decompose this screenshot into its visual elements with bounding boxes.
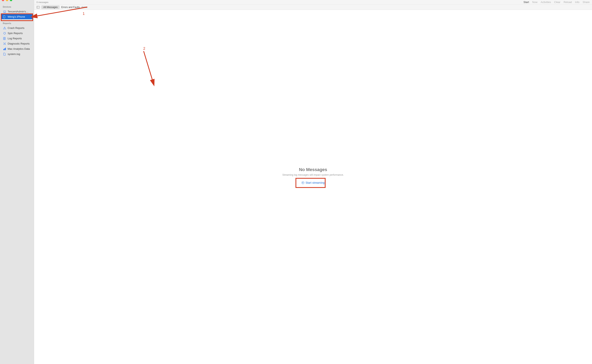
sidebar-item-label: Mac Analytics Data <box>8 47 30 50</box>
message-count-label: 0 messages <box>37 1 48 3</box>
annotation-box-2 <box>295 178 325 188</box>
sidebar-item-label: Diagnostic Reports <box>8 42 30 45</box>
svg-point-5 <box>4 32 6 34</box>
sidebar-item-system-log[interactable]: system.log <box>1 52 33 57</box>
sidebar-item-label: TencentAdmin's… <box>8 10 28 13</box>
svg-rect-4 <box>4 29 5 29</box>
svg-rect-1 <box>3 12 6 13</box>
sidebar-item-label: Log Reports <box>8 37 22 40</box>
warning-icon <box>3 27 6 29</box>
laptop-icon <box>3 11 6 13</box>
log-icon <box>3 37 6 40</box>
annotation-box-1 <box>1 13 33 21</box>
toolbar-info-button[interactable]: Info <box>575 0 579 4</box>
filter-bar: All Messages Errors and Faults demo <box>34 4 592 10</box>
toolbar-now-button[interactable]: Now <box>532 0 537 4</box>
sidebar-toggle-icon[interactable] <box>37 6 40 8</box>
toolbar-start-button[interactable]: Start <box>524 0 529 4</box>
svg-rect-12 <box>5 48 6 50</box>
toolbar-reload-button[interactable]: Reload <box>564 0 572 4</box>
bars-icon <box>3 48 6 50</box>
svg-rect-0 <box>4 11 6 12</box>
spinner-icon <box>3 32 6 35</box>
sidebar: Devices TencentAdmin's… Weng's iPhone Re… <box>0 0 34 364</box>
sidebar-item-label: Spin Reports <box>8 32 23 35</box>
empty-title: No Messages <box>282 167 344 172</box>
content-empty-area: No Messages Streaming log messages will … <box>34 10 592 364</box>
filter-errors-and-faults[interactable]: Errors and Faults <box>61 6 80 9</box>
window-close-button[interactable] <box>2 0 4 1</box>
toolbar-share-button[interactable]: Share <box>583 0 590 4</box>
toolbar-activities-button[interactable]: Activities <box>541 0 551 4</box>
toolbar-clear-button[interactable]: Clear <box>554 0 560 4</box>
window-zoom-button[interactable] <box>10 0 12 1</box>
toolbar: Start Now Activities Clear Reload Info S… <box>524 0 590 4</box>
sidebar-item-spin-reports[interactable]: Spin Reports <box>1 31 33 36</box>
empty-subtitle: Streaming log messages will impact syste… <box>282 174 344 176</box>
sidebar-item-diagnostic-reports[interactable]: Diagnostic Reports <box>1 41 33 46</box>
svg-rect-10 <box>3 49 4 50</box>
sidebar-item-crash-reports[interactable]: Crash Reports <box>1 26 33 31</box>
play-icon <box>301 181 304 184</box>
sidebar-item-mac-analytics[interactable]: Mac Analytics Data <box>1 46 33 51</box>
titlebar: 0 messages Start Now Activities Clear Re… <box>34 0 592 4</box>
filter-all-messages[interactable]: All Messages <box>41 5 59 9</box>
file-icon <box>3 53 6 56</box>
svg-rect-3 <box>4 28 5 28</box>
sidebar-item-log-reports[interactable]: Log Reports <box>1 36 33 41</box>
sidebar-item-label: Crash Reports <box>8 26 25 29</box>
window-minimize-button[interactable] <box>6 0 8 1</box>
sidebar-section-reports: Reports <box>0 21 34 25</box>
sidebar-section-devices: Devices <box>0 4 34 9</box>
sidebar-item-label: system.log <box>8 52 20 56</box>
svg-rect-11 <box>4 48 5 50</box>
window-controls <box>0 0 12 4</box>
tools-icon <box>3 42 6 45</box>
search-text[interactable]: demo <box>81 6 87 9</box>
